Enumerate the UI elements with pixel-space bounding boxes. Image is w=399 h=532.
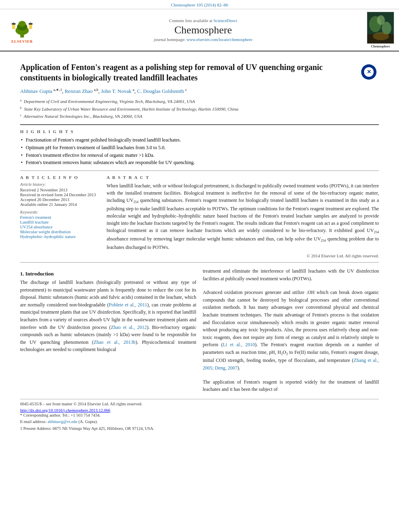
citation-text: Chemosphere 105 (2014) 82–86 [171, 2, 228, 7]
journal-title: Chemosphere [44, 24, 362, 36]
homepage-line: journal homepage: www.elsevier.com/locat… [44, 37, 362, 42]
corresponding-author-note: * Corresponding author. Tel.: +1 503 754… [20, 413, 379, 419]
article-info-label: A R T I C L E I N F O [20, 175, 99, 180]
elsevier-logo: ELSEVIER [4, 12, 40, 48]
history-received: Received 2 November 2013 [20, 188, 99, 192]
intro-paragraph-4: The application of Fenton's reagent is r… [203, 378, 379, 393]
contents-line: Contents lists available at ScienceDirec… [44, 18, 362, 23]
svg-rect-8 [29, 23, 33, 25]
footnotes: 0045-6535/$ – see front matter © 2014 El… [20, 399, 379, 432]
divider-before-body [20, 262, 379, 263]
highlights-list: Fractionation of Fenton's reagent polish… [20, 136, 379, 166]
divider-after-highlights [20, 170, 379, 171]
ref-zhang2005[interactable]: Zhang et al., 2005; Deng, 2007 [203, 357, 379, 371]
abstract-column: A B S T R A C T When landfill leachate, … [107, 175, 379, 258]
keyword-5[interactable]: Hydrophobic–hydrophilic nature [20, 234, 99, 239]
body-col-right: treatment and eliminate the interference… [203, 267, 379, 393]
journal-center: Contents lists available at ScienceDirec… [44, 12, 362, 48]
homepage-url[interactable]: www.elsevier.com/locate/chemosphere [187, 37, 253, 42]
doi-link[interactable]: http://dx.doi.org/10.1016/j.chemosphere.… [20, 408, 379, 413]
section1-heading: 1. Introduction [20, 271, 196, 277]
journal-citation: Chemosphere 105 (2014) 82–86 [0, 0, 399, 9]
ref-zhao2012[interactable]: Zhao et al., 2012 [111, 325, 147, 330]
svg-rect-4 [12, 24, 15, 29]
elsevier-tree-icon [8, 16, 36, 39]
journal-cover: Chemosphere [366, 12, 395, 48]
issn-line: 0045-6535/$ – see front matter © 2014 El… [20, 401, 379, 407]
email-note: E-mail address: abhinavg@vt.edu (A. Gupt… [20, 419, 379, 425]
author-novak[interactable]: John T. Novak [101, 88, 132, 94]
svg-rect-7 [29, 24, 32, 29]
article-info-column: A R T I C L E I N F O Article history: R… [20, 175, 99, 258]
svg-rect-5 [12, 23, 15, 25]
highlight-item-1: Fractionation of Fenton's reagent polish… [20, 136, 379, 144]
ref-li2010[interactable]: Li et al., 2010 [223, 342, 255, 347]
sciencedirect-link[interactable]: ScienceDirect [214, 18, 237, 23]
affiliation-c: c Alternative Natural Technologies Inc.,… [20, 113, 379, 120]
keyword-3[interactable]: UV254 absorbance [20, 225, 99, 229]
highlight-item-3: Fenton's treatment effective for removal… [20, 152, 379, 159]
ref-zhao2013b[interactable]: Zhao et al., 2013b [94, 339, 136, 345]
highlights-label: H I G H L I G H T S [20, 129, 379, 134]
keyword-4[interactable]: Molecular weight distribution [20, 230, 99, 234]
main-content: Application of Fenton's reagent as a pol… [0, 51, 399, 437]
cover-image [367, 12, 394, 44]
history-revised: Received in revised form 24 December 201… [20, 193, 99, 197]
info-abstract-section: A R T I C L E I N F O Article history: R… [20, 175, 379, 258]
author-zhao[interactable]: Renzun Zhao [65, 88, 93, 94]
intro-paragraph-2: treatment and eliminate the interference… [203, 267, 379, 282]
highlight-item-4: Fenton's treatment removes humic substan… [20, 159, 379, 166]
body-col-left: 1. Introduction The discharge of landfil… [20, 267, 196, 393]
affiliation-b: b State Key Laboratory of Urban Water Re… [20, 106, 379, 113]
intro-paragraph-1: The discharge of landfill leachates (bio… [20, 279, 196, 353]
copyright-text: © 2014 Elsevier Ltd. All rights reserved… [107, 253, 379, 258]
author-goldsmith[interactable]: C. Douglas Goldsmith [137, 88, 184, 94]
body-section: 1. Introduction The discharge of landfil… [20, 267, 379, 393]
email-link[interactable]: abhinavg@vt.edu [47, 419, 77, 424]
svg-point-3 [19, 21, 26, 27]
journal-header: ELSEVIER Contents lists available at Sci… [0, 9, 399, 51]
keywords-section: Keywords: Fenton's treatment Landfill le… [20, 210, 99, 239]
abstract-text: When landfill leachate, with or without … [107, 182, 379, 251]
history-accepted: Accepted 26 December 2013 [20, 197, 99, 202]
history-label: Article history: [20, 182, 99, 187]
history-online: Available online 21 January 2014 [20, 202, 99, 207]
ref-poblete[interactable]: Poblete et al., 2011 [109, 302, 147, 308]
elsevier-label: ELSEVIER [11, 39, 33, 43]
svg-point-13 [377, 15, 385, 25]
svg-point-15 [373, 32, 389, 40]
divider-after-affiliations [20, 124, 379, 125]
authors-line: Abhinav Gupta a,∗,1, Renzun Zhao a,b, Jo… [20, 87, 379, 96]
affiliations: a Department of Civil and Environmental … [20, 98, 379, 120]
intro-paragraph-3: Advanced oxidation processes generate an… [203, 289, 379, 372]
keyword-2[interactable]: Landfill leachate [20, 220, 99, 224]
doi-url[interactable]: http://dx.doi.org/10.1016/j.chemosphere.… [20, 408, 110, 413]
cover-label: Chemosphere [371, 45, 390, 48]
present-address-note: 1 Present Address: 6875 NE Vinings Way A… [20, 426, 379, 432]
keyword-1[interactable]: Fenton's treatment [20, 215, 99, 220]
affiliation-a: a Department of Civil and Environmental … [20, 98, 379, 105]
article-title: Application of Fenton's reagent as a pol… [20, 62, 379, 83]
author-gupta[interactable]: Abhinav Gupta [20, 88, 52, 94]
crossmark-badge[interactable]: ✕ [359, 62, 379, 82]
highlight-item-2: Optimum pH for Fenton's treatment of lan… [20, 144, 379, 152]
keywords-label: Keywords: [20, 210, 99, 214]
abstract-label: A B S T R A C T [107, 175, 379, 180]
